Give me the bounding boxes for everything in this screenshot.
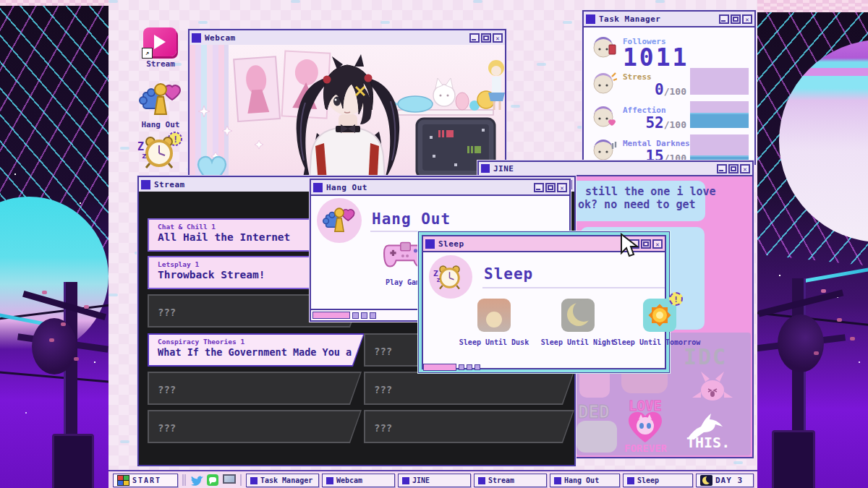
maximize-button[interactable] xyxy=(545,183,556,192)
chat-app-icon[interactable] xyxy=(207,474,218,486)
desktop-icon-hangout-label[interactable]: Hang Out xyxy=(135,120,187,129)
idc-sticker[interactable]: IDC xyxy=(684,344,727,369)
scroll-pill xyxy=(312,312,350,319)
checker-strip xyxy=(0,0,109,6)
checker-strip xyxy=(757,0,868,12)
window-icon xyxy=(425,239,435,249)
stream-option-locked[interactable]: ??? xyxy=(364,372,574,405)
window-icon xyxy=(402,477,409,484)
love-forever-heart-sticker[interactable] xyxy=(621,408,669,445)
window-icon xyxy=(586,14,595,24)
affection-avatar-icon xyxy=(591,103,617,129)
stars xyxy=(14,174,16,175)
webcam-titlebar[interactable]: Webcam xyxy=(190,30,505,46)
ded-sticker[interactable]: DED xyxy=(578,402,609,422)
taskbar-button-hangout[interactable]: Hang Out xyxy=(550,474,620,487)
minimize-button[interactable] xyxy=(469,33,480,43)
monitor-icon[interactable] xyxy=(223,474,236,484)
stress-avatar-icon xyxy=(591,69,617,95)
cat-sticker[interactable] xyxy=(576,421,617,453)
chat-message-line: still the one i love xyxy=(585,185,705,198)
svg-text:z: z xyxy=(142,151,147,160)
maximize-button[interactable] xyxy=(728,164,739,174)
scroll-pill xyxy=(423,364,456,371)
close-button[interactable] xyxy=(740,164,750,174)
stream-option-locked[interactable]: ??? xyxy=(148,372,362,405)
maximize-button[interactable] xyxy=(481,33,491,43)
jine-titlebar[interactable]: JINE xyxy=(479,162,752,176)
desktop-icon-sleep[interactable]: ! Z z xyxy=(137,132,184,172)
forever-label: FOREVER xyxy=(624,442,667,454)
os-flag-icon xyxy=(117,475,129,486)
day-counter: DAY 3 xyxy=(715,476,743,485)
hangout-titlebar[interactable]: Hang Out xyxy=(311,180,569,196)
twitter-icon[interactable] xyxy=(190,475,204,487)
taskbar-tray: DAY 3 xyxy=(696,474,754,487)
insulator-dots xyxy=(821,289,826,293)
insulator-dots xyxy=(42,291,47,294)
webcam-title: Webcam xyxy=(205,33,236,43)
stream-option-locked[interactable]: ??? xyxy=(364,410,574,443)
task-manager-titlebar[interactable]: Task Manager xyxy=(584,12,754,27)
tower-coil xyxy=(778,314,824,372)
close-button[interactable] xyxy=(493,33,503,43)
game-screen: ↗ Stream Hang Out ! Z z xyxy=(0,0,868,488)
stress-bar xyxy=(690,68,749,95)
sleep-option-label: Sleep Until Tomorrow xyxy=(603,338,711,346)
mental-darkness-avatar-icon xyxy=(591,136,617,162)
alarm-clock-icon: ! Z z xyxy=(137,132,184,172)
maximize-button[interactable] xyxy=(641,239,651,249)
chat-message-line: ok? no need to get xyxy=(578,198,705,211)
stream-option-locked[interactable]: ??? xyxy=(148,410,362,443)
close-button[interactable] xyxy=(742,14,752,24)
taskbar-button-task-manager[interactable]: Task Manager xyxy=(246,474,319,487)
cyan-beam xyxy=(801,267,868,283)
stream-title: Stream xyxy=(154,180,185,189)
status-square xyxy=(459,364,464,370)
desktop-icon-stream-label[interactable]: Stream xyxy=(142,59,179,69)
hangout-title: Hang Out xyxy=(326,183,367,192)
heading-underline xyxy=(482,287,665,288)
this-label: THIS. xyxy=(686,434,730,451)
affection-bar xyxy=(690,101,749,128)
window-icon xyxy=(481,164,490,173)
followers-avatar-icon xyxy=(591,33,617,59)
hangout-header-icon xyxy=(317,198,362,243)
close-button[interactable] xyxy=(652,239,663,249)
mouse-cursor xyxy=(619,233,639,259)
start-button[interactable]: START xyxy=(113,474,178,487)
stress-value: 0/100 xyxy=(623,81,686,98)
window-icon xyxy=(478,477,485,484)
task-manager-title: Task Manager xyxy=(599,14,660,24)
status-square xyxy=(352,312,359,319)
hangout-icon xyxy=(139,81,182,119)
taskbar-button-webcam[interactable]: Webcam xyxy=(322,474,395,487)
sleep-option-tomorrow[interactable]: ! Sleep Until Tomorrow xyxy=(613,299,707,346)
status-square xyxy=(361,312,367,319)
affection-bar-fill xyxy=(690,113,749,128)
minimize-button[interactable] xyxy=(534,183,544,192)
jine-title: JINE xyxy=(493,164,514,174)
close-button[interactable] xyxy=(557,183,567,192)
minimize-button[interactable] xyxy=(719,14,729,24)
status-square xyxy=(475,364,480,370)
background-right xyxy=(757,0,868,488)
taskbar-button-sleep[interactable]: Sleep xyxy=(623,474,693,487)
night-moon-icon xyxy=(561,299,595,332)
sleep-option-dusk[interactable]: Sleep Until Dusk xyxy=(449,299,539,346)
bunny-creature-sticker[interactable] xyxy=(691,370,734,406)
desktop-icon-hangout[interactable] xyxy=(139,81,182,119)
hangout-heading: Hang Out xyxy=(372,210,451,228)
tower-base xyxy=(52,434,94,488)
window-icon xyxy=(313,183,323,192)
taskbar-button-stream[interactable]: Stream xyxy=(474,474,547,487)
taskbar-button-jine[interactable]: JINE xyxy=(398,474,471,487)
task-manager-window: Task Manager Followers 1011 Stress 0/100… xyxy=(582,10,756,165)
stream-option-conspiracy[interactable]: Conspiracy Theories 1What If the Governm… xyxy=(148,333,365,367)
minimize-button[interactable] xyxy=(717,164,727,174)
window-icon xyxy=(141,180,150,189)
affection-value: 52/100 xyxy=(623,114,686,132)
window-icon xyxy=(326,477,333,484)
window-icon xyxy=(192,33,201,43)
maximize-button[interactable] xyxy=(731,14,741,24)
